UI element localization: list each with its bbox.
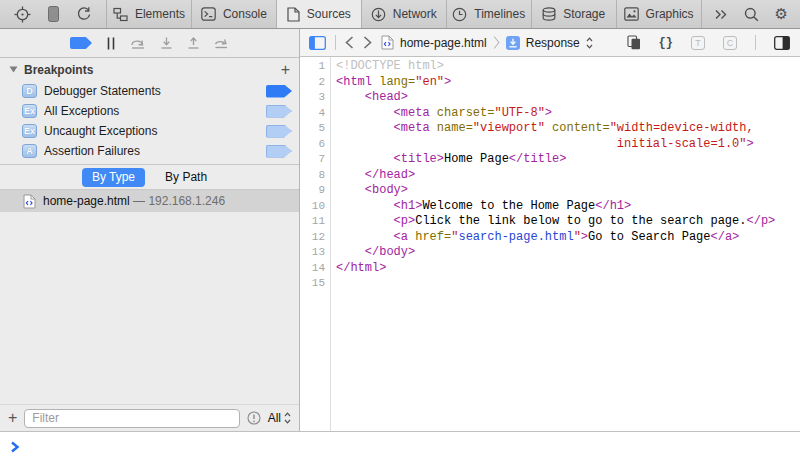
console-prompt-bar[interactable] <box>0 431 800 461</box>
inspect-element-icon[interactable] <box>14 6 31 23</box>
code-text <box>331 276 800 292</box>
code-text: </body> <box>331 245 800 261</box>
breakpoint-type-icon: A <box>22 144 37 158</box>
breakpoint-row-debugger-statements[interactable]: D Debugger Statements <box>0 81 299 101</box>
code-coverage-icon[interactable]: C <box>723 36 737 50</box>
copy-icon[interactable] <box>627 35 641 50</box>
tab-label: Storage <box>563 7 605 21</box>
step-next-icon[interactable] <box>214 37 229 50</box>
line-number[interactable]: 2 <box>300 75 331 91</box>
breadcrumb-file-name[interactable]: home-page.html <box>400 36 487 50</box>
code-text: </html> <box>331 261 800 277</box>
breakpoint-row-assertion-failures[interactable]: A Assertion Failures <box>0 141 299 161</box>
sidebar-filter-bar: + All <box>0 404 299 431</box>
line-number[interactable]: 14 <box>300 261 331 277</box>
tab-elements[interactable]: Elements <box>107 0 192 28</box>
filter-add-button[interactable]: + <box>8 410 17 426</box>
console-icon <box>201 7 216 21</box>
breakpoint-row-all-exceptions[interactable]: Ex All Exceptions <box>0 101 299 121</box>
breakpoint-row-uncaught-exceptions[interactable]: Ex Uncaught Exceptions <box>0 121 299 141</box>
breakpoint-type-icon: Ex <box>22 124 37 138</box>
step-over-icon[interactable] <box>130 37 146 50</box>
errors-only-icon[interactable] <box>247 411 261 425</box>
pause-icon[interactable] <box>106 37 116 50</box>
code-line: 14</html> <box>300 261 800 277</box>
code-text: <title>Home Page</title> <box>331 152 800 168</box>
code-line: 13 </body> <box>300 245 800 261</box>
main-area: Breakpoints + D Debugger Statements Ex A… <box>0 29 800 431</box>
breakpoint-type-icon: D <box>22 84 37 98</box>
tab-graphics[interactable]: Graphics <box>617 0 702 28</box>
by-type-button[interactable]: By Type <box>82 168 145 187</box>
breakpoints-toggle-icon[interactable] <box>70 37 92 49</box>
back-button-icon[interactable] <box>345 36 354 49</box>
line-number[interactable]: 5 <box>300 121 331 137</box>
reload-icon[interactable] <box>76 6 92 22</box>
line-number[interactable]: 7 <box>300 152 331 168</box>
breakpoint-disabled-flag[interactable] <box>266 105 292 118</box>
breakpoint-enabled-flag[interactable] <box>266 85 292 98</box>
line-number[interactable]: 1 <box>300 59 331 75</box>
toggle-details-sidebar-icon[interactable] <box>774 36 790 50</box>
pretty-print-icon[interactable]: {} <box>659 36 673 50</box>
code-text: </head> <box>331 168 800 184</box>
breakpoints-list: D Debugger Statements Ex All Exceptions … <box>0 81 299 165</box>
search-icon[interactable] <box>744 7 759 22</box>
tab-sources[interactable]: Sources <box>277 0 362 28</box>
filter-scope-dropdown[interactable]: All <box>268 411 291 425</box>
breakpoint-disabled-flag[interactable] <box>266 125 292 138</box>
tab-label: Graphics <box>646 7 694 21</box>
by-path-button[interactable]: By Path <box>155 168 217 187</box>
tab-label: Console <box>223 7 267 21</box>
toolbar-right-controls: ⚙ <box>702 0 800 28</box>
debugger-controls <box>0 29 299 58</box>
elements-icon <box>113 7 128 22</box>
code-text: <p>Click the link below to go to the sea… <box>331 214 800 230</box>
code-line: 11 <p>Click the link below to go to the … <box>300 214 800 230</box>
type-token-icon[interactable]: T <box>691 36 705 50</box>
code-line: 3 <head> <box>300 90 800 106</box>
section-title: Breakpoints <box>24 63 93 77</box>
forward-button-icon[interactable] <box>363 36 372 49</box>
line-number[interactable]: 4 <box>300 106 331 122</box>
line-number[interactable]: 11 <box>300 214 331 230</box>
code-text: <body> <box>331 183 800 199</box>
code-text: <html lang="en"> <box>331 75 800 91</box>
tab-timelines[interactable]: Timelines <box>447 0 532 28</box>
code-text: <a href="search-page.html">Go to Search … <box>331 230 800 246</box>
step-out-icon[interactable] <box>187 37 200 50</box>
line-number[interactable]: 15 <box>300 276 331 292</box>
line-number[interactable]: 8 <box>300 168 331 184</box>
tab-label: Sources <box>307 7 351 21</box>
add-breakpoint-button[interactable]: + <box>281 62 290 78</box>
settings-icon[interactable]: ⚙ <box>775 7 788 22</box>
breadcrumb: home-page.html Response <box>381 35 593 50</box>
code-line: 6 initial-scale=1.0"> <box>300 137 800 153</box>
line-number[interactable]: 3 <box>300 90 331 106</box>
updown-chevrons-icon[interactable] <box>586 37 593 49</box>
graphics-icon <box>624 7 639 21</box>
code-text: <h1>Welcome to the Home Page</h1> <box>331 199 800 215</box>
breadcrumb-content-type[interactable]: Response <box>526 36 580 50</box>
filter-input[interactable] <box>24 409 239 428</box>
tab-storage[interactable]: Storage <box>532 0 617 28</box>
code-text: <meta name="viewport" content="width=dev… <box>331 121 800 137</box>
breakpoint-type-icon: Ex <box>22 104 37 118</box>
toggle-navigation-sidebar-icon[interactable] <box>309 36 326 50</box>
line-number[interactable]: 12 <box>300 230 331 246</box>
resource-row-home-page[interactable]: home-page.html — 192.168.1.246 <box>0 190 299 212</box>
step-into-icon[interactable] <box>160 37 173 50</box>
sidebar-empty-area <box>0 212 299 404</box>
breakpoints-section-header[interactable]: Breakpoints + <box>0 58 299 81</box>
more-tabs-icon[interactable] <box>714 9 728 20</box>
line-number[interactable]: 10 <box>300 199 331 215</box>
line-number[interactable]: 6 <box>300 137 331 153</box>
device-icon[interactable] <box>48 6 59 22</box>
tab-network[interactable]: Network <box>362 0 447 28</box>
response-content-icon <box>506 36 520 50</box>
line-number[interactable]: 13 <box>300 245 331 261</box>
toolbar-left-controls <box>0 0 107 28</box>
line-number[interactable]: 9 <box>300 183 331 199</box>
breakpoint-disabled-flag[interactable] <box>266 145 292 158</box>
tab-console[interactable]: Console <box>192 0 277 28</box>
